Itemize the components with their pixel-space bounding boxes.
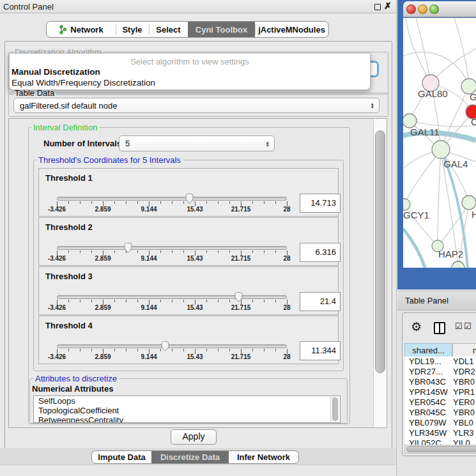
list-item[interactable]: SelfLoops: [34, 396, 340, 406]
edge[interactable]: [410, 121, 476, 127]
cell-shared-name[interactable]: YER054C: [409, 397, 446, 407]
threshold-2-slider[interactable]: -3.4262.8599.14415.4321.71528: [57, 242, 287, 264]
list-item[interactable]: BetweennessCentrality: [34, 415, 340, 423]
cell-name[interactable]: YPR1: [453, 387, 475, 397]
network-node[interactable]: [403, 114, 417, 128]
network-node[interactable]: [452, 261, 464, 268]
tab-cyni-toolbox[interactable]: Cyni Toolbox: [188, 22, 255, 37]
table-row[interactable]: YDR27...YDR2: [404, 367, 476, 377]
highlighted-edge[interactable]: [403, 229, 425, 268]
list-scrollbar-thumb[interactable]: [332, 397, 338, 421]
control-panel-titlebar[interactable]: Control Panel ✗: [0, 0, 396, 13]
checkbox-icon[interactable]: ☑: [455, 321, 463, 331]
slider-thumb[interactable]: [160, 341, 170, 352]
table-row[interactable]: YER054CYER0: [404, 397, 476, 408]
apply-button[interactable]: Apply: [171, 429, 217, 445]
threshold-1-slider[interactable]: -3.4262.8599.14415.4321.71528: [57, 193, 287, 215]
network-node[interactable]: [432, 141, 450, 158]
cell-shared-name[interactable]: YPR145W: [409, 387, 448, 397]
network-node[interactable]: [403, 199, 410, 210]
numerical-attributes-list[interactable]: SelfLoops TopologicalCoefficient Between…: [33, 395, 341, 423]
screen: Control Panel ✗ Network Style Select: [0, 0, 476, 476]
list-scrollbar[interactable]: [330, 397, 339, 422]
gear-icon[interactable]: ⚙: [411, 319, 422, 334]
list-item[interactable]: TopologicalCoefficient: [34, 406, 340, 415]
slider-track[interactable]: [57, 246, 287, 250]
slider-thumb[interactable]: [234, 291, 243, 303]
threshold-4-slider[interactable]: -3.4262.8599.14415.4321.71528: [57, 341, 287, 362]
cell-shared-name[interactable]: YBR043C: [409, 377, 446, 387]
table-row[interactable]: YLR345WYLR3: [404, 428, 476, 438]
tab-infer-network[interactable]: Infer Network: [229, 451, 298, 463]
cell-name[interactable]: YBR0: [453, 377, 475, 387]
cell-shared-name[interactable]: YDL19...: [409, 357, 441, 366]
slider-thumb[interactable]: [185, 193, 194, 204]
close-traffic-light-icon[interactable]: [406, 4, 416, 14]
table-row[interactable]: YBR043CYBR0: [404, 377, 476, 387]
edge[interactable]: [454, 18, 469, 86]
vertical-scrollbar-thumb[interactable]: [375, 130, 385, 373]
column-header-shared-name[interactable]: shared...: [404, 343, 452, 358]
checkbox-icon[interactable]: ☑: [464, 321, 472, 331]
split-columns-icon[interactable]: [434, 322, 445, 334]
close-icon[interactable]: ✗: [384, 1, 392, 11]
horizontal-scrollbar[interactable]: [404, 445, 476, 454]
cell-shared-name[interactable]: YIL052C: [409, 438, 441, 445]
cell-name[interactable]: YER0: [453, 397, 475, 407]
num-intervals-combobox[interactable]: 5 ▲▼: [119, 135, 275, 151]
cell-shared-name[interactable]: YLR345W: [409, 428, 447, 438]
table-row[interactable]: YPR145WYPR1: [404, 387, 476, 397]
float-window-icon[interactable]: [374, 4, 381, 10]
cell-name[interactable]: YIL0: [453, 438, 470, 445]
slider-track[interactable]: [57, 197, 287, 201]
edge[interactable]: [438, 150, 441, 246]
tab-style[interactable]: Style: [116, 22, 149, 37]
tab-select[interactable]: Select: [149, 22, 188, 37]
cell-name[interactable]: YBL0: [453, 418, 473, 427]
dropdown-option-manual[interactable]: Manual Discretization: [12, 67, 100, 77]
threshold-3-slider[interactable]: -3.4262.8599.14415.4321.71528: [57, 291, 287, 313]
edge[interactable]: [404, 150, 441, 204]
tab-discretize-data[interactable]: Discretize Data: [151, 451, 229, 463]
table-row[interactable]: YBL079WYBL0: [404, 418, 476, 428]
table-row[interactable]: YDL19...YDL1: [404, 357, 476, 367]
threshold-1-value-field[interactable]: 14.713: [300, 194, 341, 213]
table-panel-bar[interactable]: Table Panel: [397, 291, 476, 311]
slider-track[interactable]: [57, 295, 287, 299]
tick-label: 28: [283, 353, 290, 360]
cell-shared-name[interactable]: YBL079W: [409, 418, 447, 427]
algorithm-dropdown-popup: Select algorithm to view settings Manual…: [9, 53, 371, 90]
cell-name[interactable]: YLR3: [453, 428, 474, 438]
tick-mark: [172, 300, 173, 302]
table-row[interactable]: YIL052CYIL0: [404, 438, 476, 445]
tick-label: -3.426: [48, 304, 66, 311]
column-header-name[interactable]: n: [452, 343, 476, 358]
slider-track[interactable]: [57, 344, 287, 348]
tick-mark: [183, 300, 184, 302]
cell-name[interactable]: YDL1: [453, 357, 474, 366]
tab-network[interactable]: Network: [47, 22, 116, 37]
zoom-traffic-light-icon[interactable]: [429, 4, 439, 14]
threshold-3-value-field[interactable]: 21.4: [300, 292, 341, 311]
table-row[interactable]: YBR045CYBR0: [404, 408, 476, 418]
network-node[interactable]: [462, 196, 476, 210]
tab-jactivemnodules[interactable]: jActiveMNodules: [255, 22, 328, 37]
network-window-titlebar[interactable]: [403, 1, 476, 17]
tick-mark: [252, 201, 253, 204]
threshold-2-value-field[interactable]: 6.316: [300, 243, 341, 262]
cell-name[interactable]: YBR0: [453, 408, 475, 417]
table-data-combobox[interactable]: galFiltered.sif default node ▲▼: [13, 98, 380, 113]
slider-thumb[interactable]: [123, 242, 133, 254]
cell-shared-name[interactable]: YDR27...: [409, 367, 443, 376]
tab-impute-data[interactable]: Impute Data: [92, 451, 151, 463]
vertical-scrollbar[interactable]: [373, 119, 387, 427]
cell-name[interactable]: YDR2: [453, 367, 475, 376]
top-tab-bar: Network Style Select Cyni Toolbox jActiv…: [46, 21, 329, 38]
dropdown-option-equal-width[interactable]: Equal Width/Frequency Discretization: [12, 78, 155, 88]
network-canvas[interactable]: GAL80GCGAL11GAL4GCY1HHAP2: [403, 18, 476, 268]
threshold-4-value-field[interactable]: 11.344: [300, 341, 341, 360]
edge[interactable]: [416, 18, 431, 83]
minimize-traffic-light-icon[interactable]: [418, 4, 427, 14]
cell-shared-name[interactable]: YBR045C: [409, 408, 446, 417]
horizontal-scrollbar-thumb[interactable]: [406, 446, 476, 452]
